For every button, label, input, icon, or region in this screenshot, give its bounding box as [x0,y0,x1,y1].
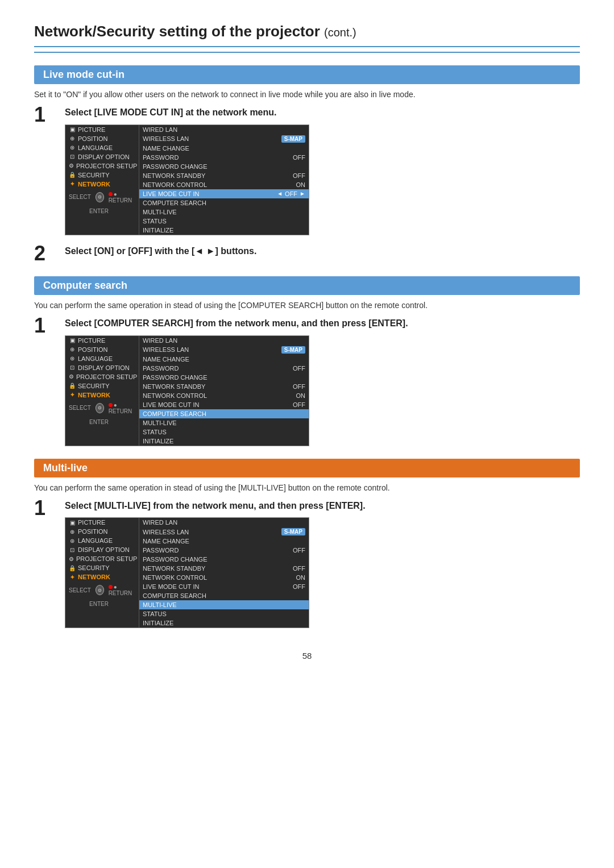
menu-left-item: ⊡DISPLAY OPTION [65,545,139,554]
menu-right-item: INITIALIZE [139,618,309,628]
step-content: Select [MULTI-LIVE] from the network men… [65,500,580,629]
menu-select-row: SELECT ⊙ ● RETURN [65,582,139,599]
section-header-multi-live: Multi-live [34,459,580,477]
step-number: 2 [34,243,59,264]
menu-left-item: ✦NETWORK [65,572,139,582]
menu-right-item: WIRELESS LANS-MAP [139,134,309,144]
step-text: Select [ON] or [OFF] with the [◄ ►] butt… [65,246,580,258]
step-content: Select [ON] or [OFF] with the [◄ ►] butt… [65,246,580,263]
menu-left-item: ⊕POSITION [65,527,139,536]
menu-enter-row: ENTER [65,599,139,609]
menu-left-item: 🔒SECURITY [65,563,139,572]
menu-left-item: ⚙PROJECTOR SETUP [65,372,139,381]
menu-right-item: WIRED LAN [139,518,309,527]
menu-right-item: PASSWORDOFF [139,546,309,555]
menu-screenshot: ▣PICTURE⊕POSITION⊛LANGUAGE⊡DISPLAY OPTIO… [65,124,309,235]
menu-right-item: WIRED LAN [139,125,309,134]
menu-right-item: PASSWORD CHANGE [139,162,309,171]
step-text: Select [COMPUTER SEARCH] from the networ… [65,318,580,330]
page-number: 58 [34,651,580,661]
menu-left-item: ⊕POSITION [65,134,139,143]
menu-left-item: ✦NETWORK [65,180,139,189]
section-desc-computer-search: You can perform the same operation in st… [34,301,580,310]
menu-screenshot: ▣PICTURE⊕POSITION⊛LANGUAGE⊡DISPLAY OPTIO… [65,335,309,446]
menu-right-item: INITIALIZE [139,226,309,235]
menu-right-item: LIVE MODE CUT IN◄ OFF ► [139,189,309,198]
menu-left-item: ✦NETWORK [65,391,139,400]
step-1: 1Select [LIVE MODE CUT IN] at the networ… [34,107,580,235]
menu-right-item: NETWORK STANDBYOFF [139,382,309,391]
title-separator [34,52,580,53]
menu-right-item: INITIALIZE [139,437,309,446]
menu-enter-row: ENTER [65,206,139,217]
menu-right-item: PASSWORD CHANGE [139,555,309,564]
menu-right-item: STATUS [139,217,309,226]
menu-right-item: STATUS [139,609,309,618]
sections-container: Live mode cut-inSet it to "ON" if you al… [34,65,580,628]
menu-right-item: LIVE MODE CUT INOFF [139,400,309,409]
section-desc-live-mode-cut-in: Set it to "ON" if you allow other users … [34,90,580,99]
menu-left-item: ⊛LANGUAGE [65,143,139,152]
menu-right-item: NAME CHANGE [139,355,309,364]
menu-left-item: ⚙PROJECTOR SETUP [65,161,139,171]
step-number: 1 [34,315,59,336]
menu-right-item: WIRELESS LANS-MAP [139,527,309,537]
menu-right-item: NETWORK CONTROLON [139,573,309,582]
menu-left-item: ▣PICTURE [65,125,139,134]
menu-right-item: NETWORK STANDBYOFF [139,564,309,573]
menu-right-item: MULTI-LIVE [139,207,309,217]
step-2: 2Select [ON] or [OFF] with the [◄ ►] but… [34,246,580,264]
menu-left-item: ⊕POSITION [65,345,139,354]
menu-right-item: COMPUTER SEARCH [139,198,309,207]
menu-right-item: NETWORK CONTROLON [139,180,309,189]
menu-right-item: LIVE MODE CUT INOFF [139,582,309,591]
menu-right-item: PASSWORD CHANGE [139,373,309,382]
section-header-live-mode-cut-in: Live mode cut-in [34,65,580,84]
step-text: Select [MULTI-LIVE] from the network men… [65,500,580,512]
menu-right-item: STATUS [139,427,309,437]
menu-enter-row: ENTER [65,417,139,427]
step-content: Select [LIVE MODE CUT IN] at the network… [65,107,580,235]
menu-select-row: SELECT ⊙ ● RETURN [65,400,139,417]
menu-screenshot: ▣PICTURE⊕POSITION⊛LANGUAGE⊡DISPLAY OPTIO… [65,517,309,628]
menu-select-row: SELECT ⊙ ● RETURN [65,189,139,206]
menu-left-item: ⊡DISPLAY OPTION [65,363,139,372]
menu-right-item: PASSWORDOFF [139,364,309,373]
menu-right-item: MULTI-LIVE [139,600,309,609]
step-text: Select [LIVE MODE CUT IN] at the network… [65,107,580,119]
menu-left-item: ▣PICTURE [65,518,139,527]
section-header-computer-search: Computer search [34,276,580,295]
menu-right-item: COMPUTER SEARCH [139,409,309,418]
menu-right-item: PASSWORDOFF [139,153,309,162]
menu-left-item: ▣PICTURE [65,336,139,345]
menu-right-item: NAME CHANGE [139,537,309,546]
menu-left-item: ⊛LANGUAGE [65,536,139,545]
menu-left-item: ⚙PROJECTOR SETUP [65,554,139,563]
step-number: 1 [34,105,59,125]
step-1: 1Select [MULTI-LIVE] from the network me… [34,500,580,629]
menu-right-item: COMPUTER SEARCH [139,591,309,600]
menu-left-item: ⊡DISPLAY OPTION [65,152,139,161]
menu-left-item: 🔒SECURITY [65,171,139,180]
step-number: 1 [34,498,59,518]
menu-right-item: NETWORK STANDBYOFF [139,171,309,180]
step-1: 1Select [COMPUTER SEARCH] from the netwo… [34,318,580,446]
menu-right-item: MULTI-LIVE [139,418,309,427]
page-title: Network/Security setting of the projecto… [34,23,580,47]
menu-left-item: 🔒SECURITY [65,381,139,391]
menu-right-item: NAME CHANGE [139,144,309,153]
menu-right-item: NETWORK CONTROLON [139,391,309,400]
section-desc-multi-live: You can perform the same operation in st… [34,483,580,492]
step-content: Select [COMPUTER SEARCH] from the networ… [65,318,580,446]
menu-right-item: WIRED LAN [139,336,309,345]
menu-left-item: ⊛LANGUAGE [65,354,139,363]
menu-right-item: WIRELESS LANS-MAP [139,345,309,355]
